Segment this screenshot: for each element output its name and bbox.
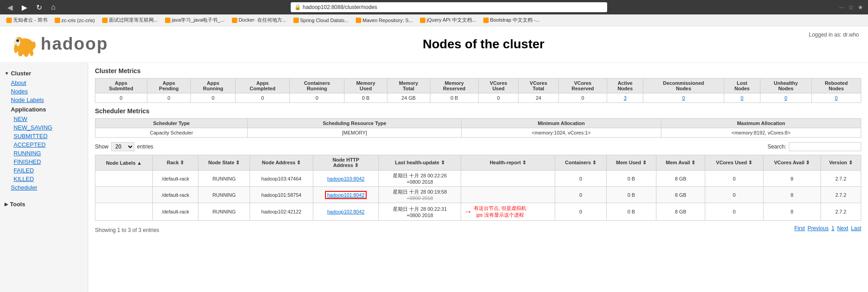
node-http[interactable]: hadoop102:8042 [313,203,378,221]
svg-point-4 [14,44,18,53]
node-mem-avail: 8 GB [656,171,705,187]
node-version: 2.7.2 [821,187,861,203]
col-apps-running: AppsRunning [191,79,236,93]
bookmark-filled-icon[interactable]: ★ [858,4,863,11]
val-decommissioned-nodes[interactable]: 0 [643,93,724,103]
sidebar-item-submitted[interactable]: SUBMITTED [5,132,83,140]
hadoop-logo: hadoop [9,31,108,58]
val-lost-nodes[interactable]: 0 [724,93,760,103]
val-memory-reserved: 0 B [430,93,478,103]
sidebar-item-finished[interactable]: FINISHED [5,158,83,166]
browser-chrome: ◀ ▶ ↻ ⌂ 🔒 hadoop102:8088/cluster/nodes ·… [0,0,868,14]
bookmark-spring[interactable]: Spring Cloud Dalsto... [291,17,351,24]
bookmark-icon[interactable]: ☆ [848,4,854,11]
sidebar-item-failed[interactable]: FAILED [5,166,83,175]
sidebar-item-killed[interactable]: KILLED [5,175,83,183]
browser-right-icons: ··· ☆ ★ [839,4,863,11]
col-mem-used[interactable]: Mem Used ⇕ [606,155,656,171]
pagination-last[interactable]: Last [851,225,861,232]
bookmark-maven[interactable]: Maven Repository: S... [353,17,415,24]
bookmark-icon-interview [102,18,108,23]
col-node-address[interactable]: Node Address ⇕ [250,155,313,171]
col-node-state[interactable]: Node State ⇕ [198,155,250,171]
elephant-icon [9,31,41,58]
node-http-boxed[interactable]: hadoop101:8042 [325,191,367,199]
table-row: /default-rack RUNNING hadoop103:47464 ha… [95,171,861,187]
bookmark-icon-bootstrap [483,18,489,23]
tools-label: Tools [10,201,25,208]
sidebar-item-running[interactable]: RUNNING [5,149,83,158]
val-active-nodes[interactable]: 3 [607,93,643,103]
table-row: /default-rack RUNNING hadoop101:58754 ha… [95,187,861,203]
col-version[interactable]: Version ⇕ [821,155,861,171]
pagination-previous[interactable]: Previous [807,225,829,232]
home-button[interactable]: ⌂ [48,2,58,12]
sidebar-item-about[interactable]: About [5,79,83,87]
col-mem-avail[interactable]: Mem Avail ⇕ [656,155,705,171]
pagination-next[interactable]: Next [837,225,849,232]
forward-button[interactable]: ▶ [19,2,30,13]
col-min-allocation: Minimum Allocation [461,119,661,128]
bookmark-zhihu[interactable]: 无知者云 - 简书 [4,16,50,24]
node-http-link[interactable]: hadoop102:8042 [327,209,365,214]
show-select[interactable]: 20 50 100 [111,142,134,151]
node-labels [95,203,153,221]
col-vcores-avail[interactable]: VCores Avail ⇕ [763,155,821,171]
sidebar-item-new[interactable]: NEW [5,115,83,123]
col-vcores-used[interactable]: VCores Used ⇕ [705,155,764,171]
sidebar-item-node-labels[interactable]: Node Labels [5,96,83,104]
showing-info: Showing 1 to 3 of 3 entries [95,227,159,233]
hadoop-wordmark: hadoop [41,35,108,54]
cluster-header: ▼ Cluster [5,70,83,77]
sidebar-item-nodes[interactable]: Nodes [5,87,83,96]
node-rack: /default-rack [153,171,198,187]
col-node-labels[interactable]: Node Labels ▲ [95,155,153,171]
node-http-link[interactable]: hadoop101:8042 [327,192,365,198]
refresh-button[interactable]: ↻ [33,2,45,13]
val-vcores-used: 0 [478,93,518,103]
col-containers[interactable]: Containers ⇕ [555,155,607,171]
val-containers-running: 0 [290,93,344,103]
sidebar-item-accepted[interactable]: ACCEPTED [5,140,83,149]
col-node-http[interactable]: Node HTTPAddress ⇕ [313,155,378,171]
col-rack[interactable]: Rack ⇕ [153,155,198,171]
val-unhealthy-nodes[interactable]: 0 [760,93,811,103]
bookmark-interview[interactable]: 面试过阿里等互联网... [99,16,160,24]
node-vcores-avail: 8 [763,171,821,187]
node-http[interactable]: hadoop103:8042 [313,171,378,187]
node-labels [95,171,153,187]
sidebar-item-new-saving[interactable]: NEW_SAVING [5,123,83,132]
node-http[interactable]: hadoop101:8042 [313,187,378,203]
node-containers: 0 [555,203,607,221]
val-apps-submitted: 0 [95,93,147,103]
col-memory-used: MemoryUsed [344,79,387,93]
node-state: RUNNING [198,171,250,187]
pagination-1[interactable]: 1 [831,225,835,232]
val-vcores-total: 24 [519,93,558,103]
node-mem-used: 0 B [606,203,656,221]
col-health-report[interactable]: Health-report ⇕ [461,155,555,171]
address-bar[interactable]: 🔒 hadoop102:8088/cluster/nodes [291,2,607,12]
col-scheduling-resource: Scheduling Resource Type [248,119,462,128]
sidebar-item-scheduler[interactable]: Scheduler [5,183,83,192]
bookmark-icon-maven [356,18,361,23]
bookmark-icon-spring [293,18,299,23]
more-icon[interactable]: ··· [839,4,844,11]
entries-label: entries [137,144,153,150]
bookmarks-bar: 无知者云 - 简书 zc-cris (zc-cris) 面试过阿里等互联网...… [0,14,868,26]
bookmark-jquery[interactable]: jQuery API 中文文档... [417,16,479,24]
bookmark-zc-cris[interactable]: zc-cris (zc-cris) [52,17,98,24]
back-button[interactable]: ◀ [5,2,15,13]
bookmark-docker[interactable]: Docker· 在任何地方... [229,16,289,24]
scheduler-metrics-row: Capacity Scheduler [MEMORY] <memory:1024… [95,128,861,138]
svg-point-3 [16,39,19,42]
search-input[interactable] [789,142,861,151]
show-entries: Show 20 50 100 entries [95,142,153,151]
col-health-update[interactable]: Last health-update ⇕ [379,155,461,171]
tools-section: ▶ Tools [0,198,88,210]
bookmark-bootstrap[interactable]: Bootstrap 中文文档 -... [481,16,542,24]
bookmark-java[interactable]: java学习_java电子书_... [162,16,227,24]
val-rebooted-nodes[interactable]: 0 [811,93,861,103]
col-active-nodes: ActiveNodes [607,79,643,93]
pagination-first[interactable]: First [794,225,805,232]
